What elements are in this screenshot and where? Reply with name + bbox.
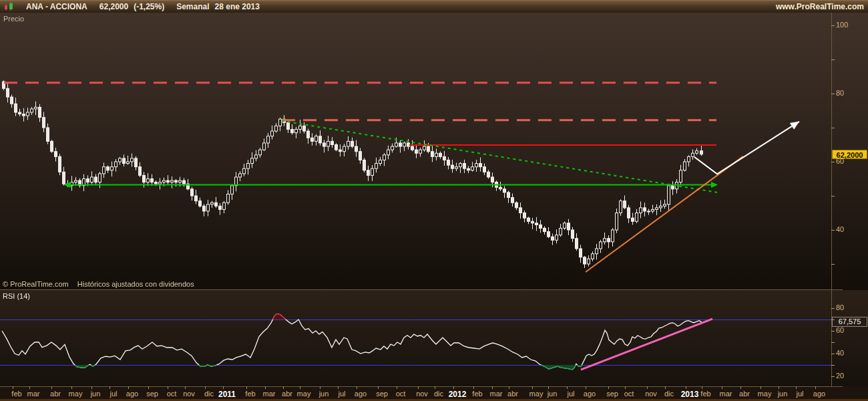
time-axis-tick: [71, 386, 72, 389]
rsi-axis-tick: [831, 354, 835, 354]
price-axis-tick: [831, 94, 835, 94]
panel-divider: [0, 289, 843, 290]
time-axis-tick: [586, 386, 586, 389]
time-axis-tick: [205, 386, 206, 389]
rsi-value-tag: 67,575: [832, 317, 867, 327]
month-label: sep: [606, 390, 618, 398]
price-chart-canvas[interactable]: [0, 13, 831, 289]
time-axis-tick: [665, 386, 666, 389]
rsi-axis-label: 40: [836, 349, 844, 357]
time-axis-tick: [625, 386, 626, 389]
time-axis-tick: [397, 386, 397, 389]
time-axis-tick: [796, 386, 797, 389]
time-axis-tick: [722, 386, 722, 389]
time-axis-tick: [13, 386, 13, 389]
month-label: may: [529, 390, 544, 398]
time-axis-tick: [51, 386, 52, 389]
time-axis-tick: [300, 386, 300, 389]
month-label: jul: [567, 390, 574, 398]
price-axis-tick: [831, 230, 835, 231]
month-label: sep: [146, 390, 158, 398]
year-label: 2013: [681, 390, 699, 399]
time-axis-tick: [29, 386, 30, 389]
year-label: 2011: [218, 390, 236, 399]
month-label: oct: [167, 390, 177, 398]
month-label: nov: [183, 390, 195, 398]
month-label: ago: [355, 390, 367, 398]
price-axis-label: 80: [836, 89, 844, 97]
time-axis-tick: [128, 386, 129, 389]
price-axis-tick: [831, 264, 835, 265]
time-axis-tick: [357, 386, 357, 389]
price-axis-tick: [831, 128, 835, 128]
month-label: may: [69, 390, 83, 398]
title-bar: ANA - ACCIONA 62,2000 (-1,25%) Semanal 2…: [0, 0, 868, 13]
price-panel-label: Precio: [3, 15, 24, 23]
month-label: jun: [548, 390, 558, 398]
time-axis-tick: [418, 386, 419, 389]
rsi-axis-tick: [831, 365, 835, 366]
month-label: jul: [338, 390, 345, 398]
month-label: ago: [813, 390, 825, 398]
candlestick-icon: [3, 2, 14, 11]
price-change: (-1,25%): [134, 2, 164, 11]
month-label: abr: [507, 390, 518, 398]
time-axis-tick: [702, 386, 702, 389]
month-label: feb: [245, 390, 255, 398]
rsi-axis-tick: [831, 331, 835, 331]
rsi-chart-canvas[interactable]: [0, 290, 831, 386]
month-label: ago: [126, 390, 138, 398]
time-axis-tick: [110, 386, 110, 389]
month-label: jun: [319, 390, 329, 398]
month-label: nov: [645, 390, 657, 398]
time-axis-tick: [265, 386, 266, 389]
time-axis-tick: [815, 386, 816, 389]
month-label: oct: [396, 390, 406, 398]
time-axis-tick: [567, 386, 568, 389]
prorealtime-link[interactable]: www.ProRealTime.com: [776, 2, 864, 11]
price-axis-tick: [831, 59, 835, 60]
price-axis-tick: [831, 162, 835, 162]
time-axis-tick: [779, 386, 779, 389]
copyright-text: © ProRealTime.com: [3, 280, 69, 288]
last-bar-date: 28 ene 2013: [215, 2, 260, 11]
rsi-axis-label: 80: [836, 303, 844, 311]
month-label: feb: [472, 390, 482, 398]
month-label: mar: [27, 390, 40, 398]
time-axis-tick: [338, 386, 339, 389]
time-axis-tick: [283, 386, 284, 389]
month-label: ago: [584, 390, 596, 398]
month-label: mar: [720, 390, 732, 398]
time-axis-tick: [492, 386, 493, 389]
time-axis-tick: [647, 386, 648, 389]
month-label: abr: [50, 390, 61, 398]
rsi-panel-label: RSI (14): [3, 292, 30, 300]
time-axis-tick: [548, 386, 549, 389]
time-axis-tick: [608, 386, 609, 389]
rsi-axis-label: 20: [836, 372, 844, 380]
price-axis-tick: [831, 25, 835, 26]
time-axis-tick: [509, 386, 509, 389]
time-axis-tick: [168, 386, 168, 389]
last-price: 62,2000: [99, 2, 128, 11]
time-axis-tick: [532, 386, 533, 389]
time-axis-tick: [686, 386, 686, 389]
month-label: sep: [376, 390, 388, 398]
month-label: abr: [739, 390, 750, 398]
month-label: jul: [796, 390, 803, 398]
time-axis-tick: [148, 386, 149, 389]
time-axis-tick: [740, 386, 741, 389]
rsi-axis-tick: [831, 376, 835, 377]
time-axis-tick: [223, 386, 224, 389]
month-label: dic: [434, 390, 443, 398]
time-axis-tick: [185, 386, 186, 389]
month-label: dic: [204, 390, 214, 398]
timeframe-label: Semanal: [176, 2, 209, 11]
time-axis-tick: [320, 386, 320, 389]
time-axis-tick: [761, 386, 761, 389]
dividends-note: Históricos ajustados con dividendos: [77, 280, 194, 288]
rsi-axis-label: 60: [836, 326, 844, 334]
month-label: abr: [282, 390, 292, 398]
rsi-axis-tick: [831, 342, 835, 343]
time-axis-tick: [378, 386, 379, 389]
